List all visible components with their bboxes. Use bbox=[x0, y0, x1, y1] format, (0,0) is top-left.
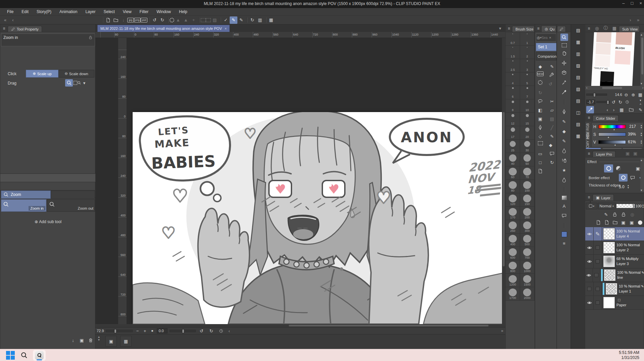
taskbar-clock[interactable]: 5:51:59 AM 1/31/2025 bbox=[619, 350, 639, 360]
undo-icon[interactable]: ↺ bbox=[151, 16, 158, 24]
mode-tab-rgb[interactable]: RGB bbox=[586, 123, 590, 131]
brush-size-item[interactable]: 500 bbox=[520, 234, 535, 247]
center-view-button[interactable]: ▦ bbox=[120, 336, 132, 347]
tab-brush-size[interactable]: Brush Size bbox=[512, 26, 535, 32]
tab-toolbox[interactable] bbox=[557, 26, 566, 32]
scrollbar-thumb[interactable] bbox=[641, 38, 643, 74]
panel-tab-navigator-icon[interactable]: ▧ bbox=[574, 85, 582, 93]
sub-tool-zoom-out[interactable]: Zoom out bbox=[47, 199, 95, 212]
transfer-to-lower-icon[interactable]: ▣ bbox=[619, 219, 627, 226]
open-file-icon[interactable] bbox=[112, 16, 120, 24]
panel-tab-tool-nav-icon[interactable]: ▤ bbox=[574, 27, 582, 34]
canvas-v-scrollbar[interactable] bbox=[502, 38, 505, 324]
panel-menu-icon[interactable]: ≡ bbox=[506, 26, 512, 32]
correct-line-icon[interactable]: ✓ bbox=[222, 16, 230, 24]
liquify-tool-icon[interactable] bbox=[560, 147, 568, 154]
auto-select-tool-icon[interactable] bbox=[560, 79, 568, 86]
brush-size-item[interactable]: 700 bbox=[520, 247, 535, 260]
layer-thumbnail[interactable] bbox=[603, 256, 615, 267]
drag-area-zoom-icon[interactable] bbox=[74, 79, 81, 87]
tab-close-icon[interactable]: × bbox=[225, 27, 227, 31]
zoom-out-icon[interactable]: ⊖ bbox=[623, 91, 629, 98]
open-image-icon[interactable] bbox=[627, 106, 635, 113]
save-icon[interactable]: ↓ bbox=[120, 16, 127, 24]
brush-size-item[interactable]: 20 bbox=[520, 126, 535, 140]
brush-size-item[interactable]: 800 bbox=[506, 260, 520, 274]
lock-icon[interactable] bbox=[88, 35, 93, 40]
panel-tab-search-icon[interactable]: ▦ bbox=[574, 132, 582, 140]
brush-size-item[interactable]: 300 bbox=[520, 220, 535, 234]
frame-border-icon[interactable]: ▭ bbox=[537, 150, 544, 157]
tab-color-slider[interactable]: Color Slider bbox=[593, 115, 618, 121]
hand-tool-icon[interactable] bbox=[560, 50, 568, 57]
panel-tab-auto-action-icon[interactable]: ◫ bbox=[574, 109, 582, 116]
paste-icon[interactable]: ▤ bbox=[548, 115, 556, 122]
brush-size-item[interactable]: 6 bbox=[506, 86, 520, 99]
clip-to-layer-below-icon[interactable] bbox=[585, 211, 592, 218]
panel-splitter[interactable] bbox=[0, 173, 96, 182]
fill-pen-icon[interactable]: ◆ bbox=[547, 141, 555, 149]
gradient-tool-icon[interactable] bbox=[562, 196, 567, 200]
menu-item[interactable]: Help bbox=[175, 8, 191, 15]
brush-size-item[interactable]: 1500 bbox=[520, 274, 535, 287]
brush-size-item[interactable]: 120 bbox=[506, 193, 520, 207]
layer-prop-scrollbar[interactable]: ▴ ▾ bbox=[640, 158, 644, 192]
scrollbar-thumb[interactable] bbox=[289, 325, 489, 326]
prev-icon[interactable]: ‹ bbox=[9, 16, 17, 24]
new-raster-layer-icon[interactable] bbox=[594, 219, 602, 226]
brush-size-item[interactable]: 40 bbox=[506, 153, 520, 166]
eraser-icon[interactable]: ◆ bbox=[537, 63, 544, 70]
menu-item[interactable]: Animation bbox=[56, 8, 81, 15]
scrollbar-thumb[interactable] bbox=[602, 87, 622, 89]
brush-size-item[interactable]: 30 bbox=[520, 140, 535, 153]
enable-mask-icon[interactable]: ◎ bbox=[629, 211, 636, 218]
visibility-eye-icon[interactable] bbox=[585, 268, 593, 282]
panel-tab-timeline-icon[interactable]: ▤ bbox=[574, 97, 582, 104]
rotate-cw-icon[interactable]: ↻ bbox=[208, 327, 215, 334]
panel-tab-layer-icon[interactable]: ▤ bbox=[574, 120, 582, 128]
loading-spinner-icon[interactable] bbox=[538, 80, 543, 85]
brush-size-item[interactable]: 4 bbox=[506, 72, 520, 86]
value-spinner[interactable]: ▴▾ bbox=[641, 140, 642, 144]
text-tool-icon[interactable]: A bbox=[560, 202, 568, 210]
duplicate-sub-tool-icon[interactable]: ▣ bbox=[78, 337, 86, 344]
reference-layer-icon[interactable] bbox=[594, 211, 601, 218]
edit-target-checkbox[interactable] bbox=[594, 282, 602, 296]
sub-tool-zoom-in[interactable]: Zoom in bbox=[1, 199, 46, 212]
status-more-icon[interactable]: » bbox=[501, 328, 503, 333]
brush-size-item[interactable]: 80 bbox=[506, 180, 520, 193]
balloon-icon[interactable] bbox=[548, 150, 556, 157]
panel-tab-history-icon[interactable]: ▥ bbox=[574, 50, 582, 57]
rotation-slider[interactable] bbox=[170, 330, 196, 332]
brush-size-item[interactable]: 10 bbox=[520, 99, 535, 113]
flip-horizontal-icon[interactable] bbox=[631, 98, 637, 106]
layer-thumbnail[interactable] bbox=[603, 297, 615, 308]
halftone-effect-icon[interactable] bbox=[624, 164, 633, 172]
panel-tab-info-icon[interactable]: ▤ bbox=[574, 73, 582, 81]
main-color-swatch[interactable] bbox=[561, 231, 567, 237]
brush-size-item[interactable]: 50 bbox=[520, 153, 535, 166]
scale-down-button[interactable]: ⊖Scale down bbox=[58, 70, 94, 78]
edit-target-checkbox[interactable] bbox=[593, 268, 601, 282]
visibility-eye-icon[interactable] bbox=[585, 296, 594, 309]
brush-size-item[interactable]: 170 bbox=[506, 207, 520, 220]
value-slider[interactable] bbox=[598, 140, 626, 144]
menu-item[interactable]: Story(P) bbox=[33, 8, 55, 15]
scissors-icon[interactable]: ✂ bbox=[548, 98, 556, 105]
pen-icon[interactable]: ✎ bbox=[548, 63, 556, 70]
new-vector-layer-icon[interactable] bbox=[603, 219, 610, 226]
snap-special-ruler-icon[interactable]: ▲ bbox=[182, 16, 190, 24]
brush-size-item[interactable]: 400 bbox=[506, 234, 520, 247]
pen-tool-icon[interactable] bbox=[560, 108, 568, 115]
subview-zoom-slider[interactable] bbox=[586, 94, 607, 96]
saturation-spinner[interactable]: ▴▾ bbox=[641, 132, 642, 137]
scroll-down-icon[interactable]: ▾ bbox=[641, 189, 642, 192]
snap-grid-icon[interactable]: + bbox=[190, 16, 197, 24]
dock-more-icon[interactable]: » bbox=[634, 16, 642, 24]
select-marquee-icon[interactable] bbox=[538, 141, 543, 145]
edit-image-icon[interactable]: ✎ bbox=[637, 106, 644, 113]
drag-zoom-mode-icon[interactable] bbox=[65, 79, 73, 87]
mode-tab-hsv[interactable]: HSV bbox=[586, 131, 590, 140]
sub-tool-group-zoom[interactable]: Zoom bbox=[1, 191, 51, 199]
redo-icon[interactable]: ↻ bbox=[537, 89, 544, 96]
